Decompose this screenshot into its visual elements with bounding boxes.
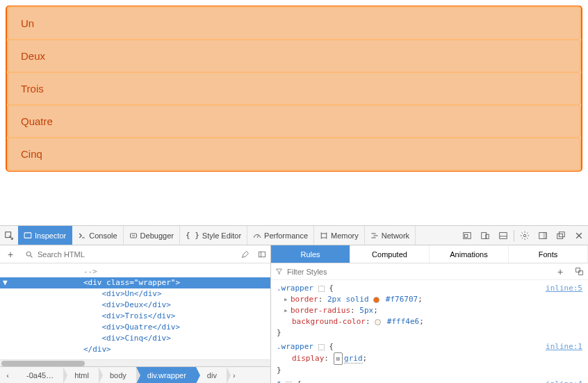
dom-line[interactable]: </div> bbox=[0, 344, 270, 355]
rule-block[interactable]: inline:5 .wrapper { ▸border: 2px solid #… bbox=[277, 283, 582, 339]
color-swatch-icon[interactable] bbox=[373, 297, 379, 303]
style-pane: Rules Computed Animations Fonts + inline… bbox=[271, 245, 588, 383]
expand-icon[interactable]: ▸ bbox=[284, 294, 291, 305]
grid-highlight-icon[interactable] bbox=[318, 286, 325, 292]
toggle-pseudo-icon[interactable] bbox=[575, 267, 584, 276]
devtools: Inspector Console Debugger { } Style Edi… bbox=[0, 225, 588, 383]
close-icon[interactable] bbox=[570, 226, 588, 245]
new-node-button[interactable]: + bbox=[0, 249, 21, 260]
svg-point-14 bbox=[26, 252, 31, 256]
svg-rect-17 bbox=[579, 271, 583, 275]
rules-list[interactable]: inline:5 .wrapper { ▸border: 2px solid #… bbox=[271, 280, 588, 383]
svg-rect-13 bbox=[559, 231, 564, 236]
svg-rect-15 bbox=[259, 252, 266, 257]
dom-line[interactable]: <div>Cinq</div> bbox=[0, 333, 270, 344]
styletab-computed[interactable]: Computed bbox=[350, 245, 430, 263]
color-swatch-icon[interactable] bbox=[375, 319, 381, 325]
grid-wrapper: Un Deux Trois Quatre Cinq bbox=[6, 6, 582, 172]
split-console-icon[interactable] bbox=[494, 226, 512, 245]
tab-label: Memory bbox=[331, 231, 359, 240]
grid-cell: Un bbox=[7, 6, 581, 40]
tab-inspector[interactable]: Inspector bbox=[18, 226, 72, 245]
css-declaration[interactable]: ▸border: 2px solid #f76707; bbox=[277, 294, 582, 305]
tab-label: Style Editor bbox=[202, 231, 241, 240]
grid-cell: Deux bbox=[7, 39, 581, 73]
breadcrumb-item[interactable]: body bbox=[99, 367, 136, 383]
expand-icon[interactable]: ▸ bbox=[284, 305, 291, 316]
svg-rect-1 bbox=[24, 232, 31, 238]
filter-row: + bbox=[271, 263, 588, 280]
svg-rect-5 bbox=[465, 234, 468, 237]
rule-block[interactable]: inline:4 * { bbox=[277, 379, 582, 383]
add-rule-button[interactable]: + bbox=[550, 266, 571, 277]
grid-badge-icon[interactable]: ⊞ bbox=[334, 352, 343, 365]
dom-line-selected[interactable]: ▼ <div class="wrapper"> bbox=[0, 277, 270, 288]
scrollbar-thumb[interactable] bbox=[1, 361, 85, 366]
dock-side-icon[interactable] bbox=[534, 226, 552, 245]
dom-tree[interactable]: --> ▼ <div class="wrapper"> <div>Un</div… bbox=[0, 263, 270, 359]
tab-label: Debugger bbox=[140, 231, 174, 240]
svg-rect-12 bbox=[557, 234, 563, 238]
rule-selector: * bbox=[277, 380, 281, 383]
tab-label: Console bbox=[89, 231, 117, 240]
grid-highlight-icon[interactable] bbox=[318, 344, 325, 350]
edit-html-icon[interactable] bbox=[237, 250, 254, 259]
styletab-fonts[interactable]: Fonts bbox=[509, 245, 588, 263]
rule-block[interactable]: inline:1 .wrapper { display: ⊞grid; } bbox=[277, 341, 582, 376]
styletab-rules[interactable]: Rules bbox=[271, 245, 350, 263]
dom-search-row: + bbox=[0, 245, 270, 263]
svg-rect-3 bbox=[321, 234, 327, 238]
pick-element-icon[interactable] bbox=[0, 226, 18, 245]
tab-debugger[interactable]: Debugger bbox=[124, 226, 180, 245]
breadcrumb-item[interactable]: html bbox=[63, 367, 99, 383]
svg-rect-11 bbox=[544, 232, 546, 238]
dom-line[interactable]: <div>Trois</div> bbox=[0, 311, 270, 322]
responsive-mode-icon[interactable] bbox=[476, 226, 494, 245]
dom-line[interactable]: <div>Deux</div> bbox=[0, 300, 270, 311]
settings-icon[interactable] bbox=[516, 226, 534, 245]
grid-cell: Quatre bbox=[7, 104, 581, 138]
braces-icon: { } bbox=[186, 231, 199, 240]
eyedropper-icon[interactable] bbox=[254, 250, 270, 259]
grid-cell: Trois bbox=[7, 72, 581, 106]
devtools-toolbar: Inspector Console Debugger { } Style Edi… bbox=[0, 226, 588, 245]
css-declaration[interactable]: ▸border-radius: 5px; bbox=[277, 305, 582, 316]
dom-line[interactable]: <div>Un</div> bbox=[0, 288, 270, 300]
grid-cell: Cinq bbox=[7, 137, 581, 171]
tab-memory[interactable]: Memory bbox=[314, 226, 365, 245]
tab-network[interactable]: Network bbox=[365, 226, 416, 245]
tab-label: Inspector bbox=[35, 231, 66, 240]
search-icon bbox=[25, 250, 33, 259]
dom-line[interactable]: --> bbox=[0, 266, 270, 277]
horizontal-scrollbar[interactable] bbox=[0, 359, 270, 366]
rule-source-link[interactable]: inline:1 bbox=[546, 341, 582, 352]
css-declaration[interactable]: background-color: #fff4e6; bbox=[277, 316, 582, 327]
breadcrumb-item[interactable]: -0a45… bbox=[15, 367, 63, 383]
svg-point-9 bbox=[523, 234, 526, 237]
rule-source-link[interactable]: inline:4 bbox=[546, 379, 582, 383]
svg-rect-16 bbox=[576, 268, 580, 272]
css-declaration[interactable]: display: ⊞grid; bbox=[277, 352, 582, 365]
svg-rect-8 bbox=[500, 232, 507, 238]
breadcrumb-item-active[interactable]: div.wrapper bbox=[136, 367, 196, 383]
filter-icon bbox=[275, 268, 283, 275]
dom-pane: + --> ▼ <div class="wrapper"> <div>Un</d… bbox=[0, 245, 271, 383]
styletab-animations[interactable]: Animations bbox=[430, 245, 509, 263]
style-tabs: Rules Computed Animations Fonts bbox=[271, 245, 588, 263]
dom-line[interactable]: <div>Quatre</div> bbox=[0, 322, 270, 333]
tab-style-editor[interactable]: { } Style Editor bbox=[180, 226, 247, 245]
undock-icon[interactable] bbox=[552, 226, 570, 245]
breadcrumb-prev-icon[interactable]: ‹ bbox=[0, 371, 15, 380]
filter-styles-input[interactable] bbox=[287, 268, 546, 276]
iframe-picker-icon[interactable] bbox=[458, 226, 476, 245]
devtools-panes: + --> ▼ <div class="wrapper"> <div>Un</d… bbox=[0, 245, 588, 383]
rule-source-link[interactable]: inline:5 bbox=[546, 283, 582, 294]
search-html-input[interactable] bbox=[38, 250, 233, 259]
tab-label: Performance bbox=[264, 231, 308, 240]
tab-performance[interactable]: Performance bbox=[247, 226, 314, 245]
page-viewport: Un Deux Trois Quatre Cinq bbox=[0, 0, 588, 225]
rule-selector: .wrapper bbox=[277, 342, 313, 351]
tab-label: Network bbox=[382, 231, 409, 240]
breadcrumb-item[interactable]: div bbox=[196, 367, 227, 383]
tab-console[interactable]: Console bbox=[72, 226, 123, 245]
